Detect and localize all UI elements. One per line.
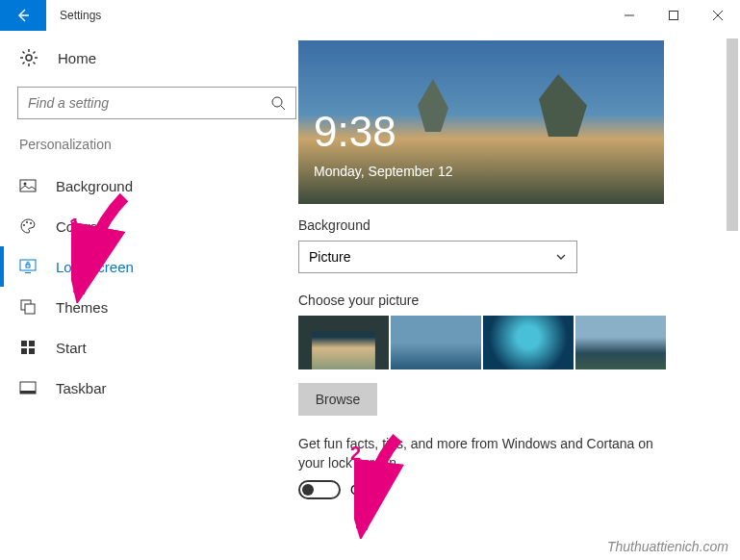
home-link[interactable]: Home — [17, 48, 281, 67]
sidebar-item-lock-screen[interactable]: Lock screen — [0, 246, 281, 287]
chevron-down-icon — [555, 251, 567, 263]
maximize-icon — [669, 11, 678, 20]
background-label: Background — [298, 217, 717, 233]
svg-rect-3 — [20, 180, 36, 191]
taskbar-icon — [19, 379, 37, 396]
minimize-button[interactable] — [607, 0, 651, 31]
picture-thumb[interactable] — [298, 316, 389, 369]
preview-date: Monday, September 12 — [314, 164, 453, 179]
search-box[interactable] — [17, 87, 296, 119]
sidebar-item-taskbar[interactable]: Taskbar — [0, 368, 281, 408]
palette-icon — [19, 217, 37, 235]
svg-point-6 — [26, 221, 28, 223]
svg-rect-0 — [670, 12, 678, 20]
home-label: Home — [58, 50, 96, 66]
svg-point-1 — [26, 55, 32, 61]
search-input[interactable] — [28, 95, 270, 111]
sidebar-item-themes[interactable]: Themes — [0, 287, 281, 327]
sidebar: Home Personalization Background Colors L… — [0, 31, 298, 560]
picture-thumb[interactable] — [391, 316, 481, 369]
dropdown-value: Picture — [309, 249, 351, 265]
sidebar-item-background[interactable]: Background — [0, 165, 281, 206]
picture-icon — [19, 177, 37, 194]
back-button[interactable] — [0, 0, 46, 31]
svg-point-2 — [272, 97, 282, 107]
svg-rect-15 — [21, 348, 27, 354]
main-panel: 9:38 Monday, September 12 Background Pic… — [298, 31, 740, 560]
svg-rect-9 — [25, 272, 31, 273]
lock-screen-icon — [19, 258, 37, 275]
preview-time: 9:38 — [314, 108, 396, 156]
browse-button[interactable]: Browse — [298, 383, 377, 416]
svg-rect-14 — [29, 341, 35, 346]
close-icon — [713, 11, 723, 20]
tips-description: Get fun facts, tips, and more from Windo… — [298, 435, 664, 472]
svg-rect-13 — [21, 341, 27, 346]
picture-thumbnails — [298, 316, 717, 369]
toggle-state-label: Off — [350, 482, 368, 497]
background-dropdown[interactable]: Picture — [298, 241, 577, 273]
maximize-button[interactable] — [651, 0, 696, 31]
sidebar-item-label: Background — [56, 178, 133, 194]
svg-rect-10 — [26, 265, 30, 267]
watermark: Thuthuattienich.com — [607, 539, 728, 554]
gear-icon — [19, 48, 38, 67]
scrollbar[interactable] — [727, 38, 738, 231]
sidebar-item-label: Lock screen — [56, 259, 134, 275]
sidebar-item-colors[interactable]: Colors — [0, 206, 281, 246]
svg-point-5 — [23, 224, 25, 226]
sidebar-item-label: Start — [56, 340, 87, 356]
themes-icon — [19, 298, 37, 316]
lock-screen-preview: 9:38 Monday, September 12 — [298, 40, 664, 204]
svg-rect-18 — [20, 391, 36, 394]
search-icon — [270, 95, 286, 111]
svg-point-7 — [30, 222, 32, 224]
arrow-left-icon — [15, 8, 31, 23]
tips-toggle[interactable] — [298, 480, 341, 499]
category-header: Personalization — [17, 137, 281, 152]
sidebar-item-label: Taskbar — [56, 380, 107, 396]
sidebar-item-label: Themes — [56, 299, 108, 316]
svg-rect-16 — [29, 348, 35, 354]
sidebar-item-label: Colors — [56, 218, 97, 235]
picture-thumb[interactable] — [575, 316, 666, 369]
sidebar-item-start[interactable]: Start — [0, 327, 281, 368]
window-title: Settings — [46, 9, 101, 22]
choose-picture-label: Choose your picture — [298, 293, 717, 308]
close-button[interactable] — [696, 0, 740, 31]
svg-rect-12 — [25, 304, 35, 314]
picture-thumb[interactable] — [483, 316, 574, 369]
minimize-icon — [625, 11, 634, 20]
title-bar: Settings — [0, 0, 740, 31]
start-icon — [19, 339, 37, 356]
svg-point-4 — [24, 183, 27, 186]
